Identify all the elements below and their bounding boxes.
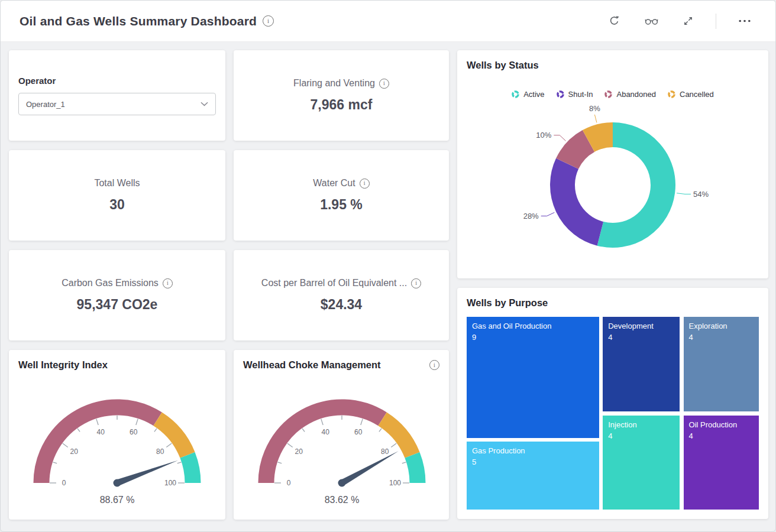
kpi-label-text: Carbon Gas Emissions — [62, 278, 159, 288]
kpi-total-wells: Total Wells 30 — [9, 150, 225, 241]
treemap-node-development[interactable]: Development4 — [603, 317, 679, 411]
legend-item-active[interactable]: Active — [512, 90, 544, 99]
leader-line — [594, 115, 597, 123]
kpi-value: 30 — [109, 197, 125, 213]
info-icon[interactable] — [360, 179, 370, 189]
legend-donut-icon — [668, 90, 675, 98]
gauge-tick — [321, 419, 323, 425]
dashboard-grid: Operator Operator_1 Total Wells 30 Carbo… — [1, 42, 775, 528]
legend-label: Cancelled — [680, 90, 714, 99]
donut-slice-active[interactable] — [600, 135, 663, 235]
gauge-tick — [402, 462, 406, 463]
donut-slice-label: 28% — [523, 212, 539, 220]
treemap-node-value: 9 — [472, 332, 594, 343]
divider — [716, 14, 716, 29]
gauge-tick-label: 40 — [322, 428, 330, 436]
gauge-value: 83.62 % — [325, 495, 360, 505]
kpi-label-text: Water Cut — [313, 178, 355, 189]
donut-slice-label: 54% — [693, 190, 709, 199]
title-wrap: Oil and Gas Wells Summary Dashboard — [20, 14, 274, 28]
treemap-node-value: 4 — [608, 332, 674, 343]
refresh-button[interactable] — [606, 13, 622, 29]
donut-slice-abandoned[interactable] — [567, 141, 589, 164]
chevron-down-icon — [201, 102, 208, 106]
gauge-band — [412, 455, 418, 483]
gauge-tick — [302, 429, 305, 432]
legend-item-shut-in[interactable]: Shut-In — [557, 90, 593, 99]
treemap-node-exploration[interactable]: Exploration4 — [684, 317, 759, 411]
operator-filter-card: Operator Operator_1 — [9, 50, 225, 141]
preview-button[interactable] — [642, 14, 661, 28]
column-1: Operator Operator_1 Total Wells 30 Carbo… — [9, 50, 225, 520]
kpi-value: 7,966 mcf — [311, 97, 373, 113]
gauge-tick-label: 0 — [287, 479, 291, 487]
chart-title: Wells by Purpose — [467, 297, 759, 309]
treemap-node-gas-and-oil-production[interactable]: Gas and Oil Production9 — [467, 317, 599, 438]
gauge-tick — [154, 429, 157, 432]
kpi-value: 95,347 CO2e — [77, 297, 158, 313]
legend-donut-icon — [557, 90, 564, 98]
kpi-label: Carbon Gas Emissions — [62, 278, 173, 288]
legend-item-abandoned[interactable]: Abandoned — [604, 90, 656, 99]
gauge-tick — [96, 419, 98, 425]
preview-glasses-icon — [645, 17, 658, 25]
treemap-node-oil-production[interactable]: Oil Production4 — [684, 416, 759, 510]
gauge-tick — [278, 462, 282, 463]
donut-slice-cancelled[interactable] — [589, 135, 613, 141]
wellhead-choke-gauge-chart: 02040608010083.62 % — [243, 374, 441, 509]
kpi-label: Water Cut — [313, 178, 369, 189]
kpi-label: Flaring and Venting — [293, 78, 389, 89]
treemap-node-value: 4 — [689, 431, 754, 442]
treemap-node-label: Oil Production — [689, 420, 754, 431]
kpi-value: 1.95 % — [320, 197, 363, 213]
gauge-tick-label: 20 — [295, 447, 303, 456]
maximize-button[interactable] — [681, 14, 696, 28]
leader-line — [677, 193, 691, 194]
treemap-node-gas-production[interactable]: Gas Production5 — [467, 442, 599, 510]
treemap-node-label: Gas and Oil Production — [472, 321, 594, 332]
leader-line — [554, 135, 565, 141]
kpi-label: Total Wells — [94, 178, 140, 189]
gauge-needle-hub — [338, 479, 346, 487]
gauge-tick — [391, 443, 396, 447]
gauge-tick — [77, 429, 80, 432]
dashboard-page: Oil and Gas Wells Summary Dashboard — [0, 0, 776, 532]
treemap-node-label: Exploration — [689, 321, 754, 332]
more-options-button[interactable] — [736, 17, 753, 25]
well-integrity-gauge-card: Well Integrity Index 02040608010088.67 % — [9, 350, 225, 520]
donut-slice-shut-in[interactable] — [562, 164, 600, 234]
kpi-value: $24.34 — [321, 297, 362, 313]
gauge-tick-label: 60 — [354, 428, 363, 436]
well-integrity-gauge-chart: 02040608010088.67 % — [18, 374, 216, 509]
treemap-node-label: Development — [608, 321, 674, 332]
legend-label: Active — [523, 90, 544, 99]
chart-title: Well Integrity Index — [18, 359, 108, 371]
treemap-node-label: Injection — [608, 420, 674, 431]
wellhead-choke-gauge-card: Wellhead Choke Management 02040608010083… — [234, 350, 449, 520]
donut-legend: ActiveShut-InAbandonedCancelled — [467, 90, 759, 99]
card-title-row: Well Integrity Index — [18, 359, 216, 371]
refresh-icon — [609, 15, 620, 27]
operator-select[interactable]: Operator_1 — [18, 93, 216, 115]
dashboard-info-icon[interactable] — [263, 15, 274, 27]
gauge-tick-label: 100 — [164, 479, 176, 487]
column-2: Flaring and Venting 7,966 mcf Water Cut … — [234, 50, 449, 520]
maximize-icon — [683, 16, 693, 26]
kpi-flaring-and-venting: Flaring and Venting 7,966 mcf — [234, 50, 449, 141]
kpi-cost-per-boe: Cost per Barrel of Oil Equivalent ... $2… — [234, 250, 449, 340]
legend-donut-icon — [512, 90, 519, 98]
gauge-tick — [361, 419, 363, 425]
wells-by-status-donut-chart[interactable]: 54%28%10%8% — [467, 99, 759, 259]
gauge-tick — [136, 419, 138, 425]
legend-item-cancelled[interactable]: Cancelled — [668, 90, 714, 99]
gauge-tick-label: 100 — [389, 479, 401, 487]
treemap-node-label: Gas Production — [472, 446, 594, 457]
info-icon[interactable] — [379, 79, 389, 89]
info-icon[interactable] — [411, 278, 421, 288]
info-icon[interactable] — [429, 360, 439, 370]
header-actions — [606, 13, 753, 29]
treemap-node-injection[interactable]: Injection4 — [603, 416, 679, 510]
gauge-tick — [287, 443, 293, 447]
column-3: Wells by Status ActiveShut-InAbandonedCa… — [457, 50, 768, 520]
info-icon[interactable] — [163, 278, 173, 288]
